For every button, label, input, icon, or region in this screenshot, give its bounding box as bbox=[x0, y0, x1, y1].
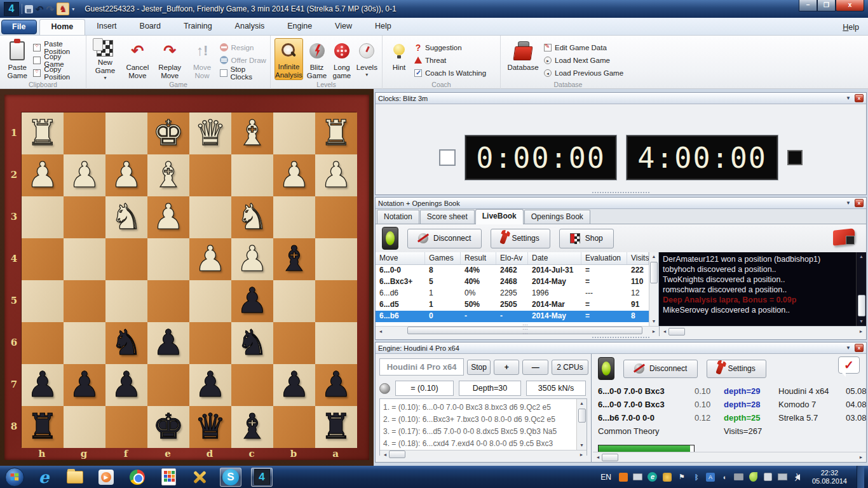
chess-piece-bP[interactable]: ♟ bbox=[273, 364, 315, 406]
replay-move-button[interactable]: ↷ Replay Move bbox=[155, 38, 185, 80]
copy-game-button[interactable]: Copy Game bbox=[33, 55, 82, 65]
engine-knight-icon[interactable]: ♞ bbox=[57, 3, 69, 15]
column-header-move[interactable]: Move bbox=[376, 252, 425, 264]
board-square-e6[interactable]: ♟ bbox=[147, 322, 189, 364]
chess-piece-bB[interactable]: ♝ bbox=[231, 406, 273, 448]
chess-piece-wB[interactable]: ♝ bbox=[231, 112, 273, 154]
tray-flag-icon[interactable]: ⚑ bbox=[677, 472, 687, 482]
board-square-f7[interactable]: ♟ bbox=[105, 364, 147, 406]
menu-tab-help[interactable]: Help bbox=[363, 19, 403, 35]
minimize-button[interactable]: – bbox=[799, 0, 817, 11]
paste-position-button[interactable]: Paste Position bbox=[33, 42, 82, 53]
tray-power-plug-icon[interactable] bbox=[763, 472, 773, 482]
board-square-a8[interactable]: ♜ bbox=[315, 406, 357, 448]
livebook-row-6...d6[interactable]: 6...d610%22951996---12 bbox=[376, 288, 649, 299]
livebook-row-6...0-0[interactable]: 6...0-0844%24622014-Jul-31=222 bbox=[376, 265, 649, 276]
board-square-h4[interactable] bbox=[22, 238, 64, 280]
engine-state-icon[interactable] bbox=[379, 383, 390, 394]
taskbar-chrome-icon[interactable] bbox=[126, 468, 148, 487]
connection-led-button[interactable] bbox=[382, 227, 398, 250]
language-indicator[interactable]: EN bbox=[600, 473, 611, 482]
board-square-h1[interactable]: ♜ bbox=[22, 112, 64, 154]
board-square-d3[interactable] bbox=[189, 196, 231, 238]
disconnect-button[interactable]: Disconnect bbox=[407, 229, 482, 248]
board-square-a2[interactable]: ♟ bbox=[315, 154, 357, 196]
shop-button[interactable]: Shop bbox=[559, 229, 614, 248]
taskbar-skype-icon[interactable]: S bbox=[220, 468, 241, 487]
hint-button[interactable]: Hint bbox=[386, 38, 412, 80]
board-square-e1[interactable]: ♚ bbox=[147, 112, 189, 154]
copy-position-button[interactable]: Copy Position bbox=[33, 67, 82, 78]
long-game-button[interactable]: Long game bbox=[330, 38, 353, 80]
board-square-a3[interactable] bbox=[315, 196, 357, 238]
engine-stop-button[interactable]: Stop bbox=[467, 360, 491, 375]
board-square-a6[interactable] bbox=[315, 322, 357, 364]
connection-led-button[interactable] bbox=[598, 357, 614, 380]
board-square-c1[interactable]: ♝ bbox=[231, 112, 273, 154]
board-square-c3[interactable]: ♞ bbox=[231, 196, 273, 238]
column-header-visits[interactable]: Visits bbox=[627, 252, 649, 264]
board-square-b4[interactable]: ♝ bbox=[273, 238, 315, 280]
blitz-game-button[interactable]: Blitz Game bbox=[306, 38, 328, 80]
chess-piece-bR[interactable]: ♜ bbox=[315, 406, 357, 448]
resize-grip[interactable] bbox=[592, 192, 649, 193]
chess-piece-bP[interactable]: ♟ bbox=[315, 364, 357, 406]
chess-piece-wQ[interactable]: ♛ bbox=[189, 112, 231, 154]
livebook-engines-hscrollbar[interactable]: ◄► bbox=[593, 452, 866, 462]
stop-clocks-checkbox[interactable]: Stop Clocks bbox=[220, 67, 266, 78]
threat-button[interactable]: Threat bbox=[414, 55, 486, 65]
engine-lines-vscrollbar[interactable]: ▲▼ bbox=[576, 399, 587, 450]
board-square-b1[interactable] bbox=[273, 112, 315, 154]
livebook-row-6...b6[interactable]: 6...b60--2014-May=8 bbox=[376, 311, 649, 322]
panel-menu-icon[interactable]: ▼ bbox=[846, 200, 851, 206]
save-icon[interactable] bbox=[25, 5, 33, 13]
board-square-f6[interactable]: ♞ bbox=[105, 322, 147, 364]
chess-piece-wP[interactable]: ♟ bbox=[64, 154, 105, 196]
board-square-e4[interactable] bbox=[147, 238, 189, 280]
tray-display-icon[interactable] bbox=[633, 472, 643, 482]
taskbar-chessbase-icon[interactable]: 4 bbox=[251, 468, 273, 487]
engine-line[interactable]: 4. = (0.18): 6...cxd4 7.exd4 0-0 8.0-0 d… bbox=[383, 438, 576, 450]
quick-access-dropdown-icon[interactable]: ▾ bbox=[72, 6, 74, 12]
menu-tab-insert[interactable]: Insert bbox=[85, 19, 128, 35]
maximize-button[interactable]: ❐ bbox=[817, 0, 836, 11]
chess-piece-bP[interactable]: ♟ bbox=[189, 364, 231, 406]
board-square-f1[interactable] bbox=[105, 112, 147, 154]
livebook-engine-row[interactable]: 6...0-0 7.0-0 Bxc30.10depth=29Houdini 4 … bbox=[598, 386, 866, 400]
resize-grip[interactable] bbox=[592, 337, 649, 338]
board-square-b6[interactable] bbox=[273, 322, 315, 364]
chess-piece-bR[interactable]: ♜ bbox=[22, 406, 64, 448]
app-icon[interactable]: 4 bbox=[4, 2, 19, 16]
engine-lines-hscrollbar[interactable]: ◄► bbox=[380, 450, 587, 458]
board-square-g5[interactable] bbox=[64, 280, 105, 322]
taskbar-file-explorer-icon[interactable] bbox=[64, 468, 86, 487]
resign-button[interactable]: Resign bbox=[220, 42, 266, 53]
board-square-d1[interactable]: ♛ bbox=[189, 112, 231, 154]
board-square-b3[interactable] bbox=[273, 196, 315, 238]
menu-tab-analysis[interactable]: Analysis bbox=[224, 19, 276, 35]
board-square-f4[interactable] bbox=[105, 238, 147, 280]
board-square-a4[interactable] bbox=[315, 238, 357, 280]
tray-monitor-icon[interactable] bbox=[734, 472, 744, 482]
board-square-d8[interactable]: ♛ bbox=[189, 406, 231, 448]
board-square-b8[interactable] bbox=[273, 406, 315, 448]
redo-icon[interactable]: ↷ bbox=[46, 4, 55, 14]
chess-piece-bP[interactable]: ♟ bbox=[105, 364, 147, 406]
chess-piece-bN[interactable]: ♞ bbox=[105, 322, 147, 364]
taskbar-media-player-icon[interactable]: ▶ bbox=[95, 468, 117, 487]
taskbar-clock[interactable]: 22:32 05.08.2014 bbox=[807, 469, 852, 485]
menu-tab-training[interactable]: Training bbox=[172, 19, 224, 35]
taskbar-app-grid-icon[interactable] bbox=[158, 468, 179, 487]
column-header-games[interactable]: Games bbox=[425, 252, 461, 264]
chess-piece-wP[interactable]: ♟ bbox=[22, 154, 64, 196]
tray-network-icon[interactable] bbox=[778, 472, 788, 482]
chess-piece-wN[interactable]: ♞ bbox=[105, 196, 147, 238]
chess-piece-wP[interactable]: ♟ bbox=[147, 196, 189, 238]
column-header-result[interactable]: Result bbox=[461, 252, 496, 264]
board-square-g3[interactable] bbox=[64, 196, 105, 238]
board-square-h8[interactable]: ♜ bbox=[22, 406, 64, 448]
board-square-g8[interactable] bbox=[64, 406, 105, 448]
notation-tab-openings-book[interactable]: Openings Book bbox=[524, 210, 590, 224]
chess-piece-bP[interactable]: ♟ bbox=[231, 280, 273, 322]
panel-close-icon[interactable]: x bbox=[855, 94, 864, 102]
